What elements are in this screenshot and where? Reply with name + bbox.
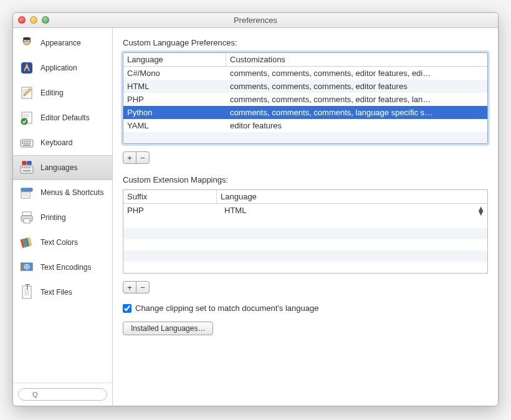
svg-rect-22 xyxy=(24,167,25,168)
col-header-suffix[interactable]: Suffix xyxy=(123,190,217,203)
installed-languages-button[interactable]: Installed Languages… xyxy=(123,322,213,335)
svg-rect-28 xyxy=(27,161,31,165)
svg-rect-23 xyxy=(26,167,27,168)
files-icon: T xyxy=(18,284,36,301)
remove-language-button[interactable]: − xyxy=(136,151,150,164)
close-button[interactable] xyxy=(18,16,26,24)
cell-customizations: comments, comments, comments, editor fea… xyxy=(226,67,487,80)
app-icon xyxy=(18,59,36,77)
svg-text:T: T xyxy=(25,284,30,292)
sidebar-item-appearance[interactable]: Appearance xyxy=(13,31,112,55)
sidebar-item-text-files[interactable]: TText Files xyxy=(13,280,112,305)
svg-rect-20 xyxy=(21,166,33,173)
encodings-icon xyxy=(18,259,36,276)
table-row[interactable]: YAMLeditor features xyxy=(123,119,487,132)
svg-rect-33 xyxy=(24,219,30,223)
sidebar-item-printing[interactable]: Printing xyxy=(13,205,112,230)
cell-language: HTML xyxy=(123,80,226,93)
table-row[interactable]: HTMLcomments, comments, comments, editor… xyxy=(123,80,487,93)
sidebar: AppearanceApplicationEditingEditor Defau… xyxy=(13,28,113,406)
svg-rect-17 xyxy=(27,143,29,144)
svg-rect-9 xyxy=(22,141,23,142)
preferences-window: Preferences AppearanceApplicationEditing… xyxy=(12,12,499,406)
sidebar-item-menus-shortcuts[interactable]: Menus & Shortcuts xyxy=(13,180,112,205)
svg-rect-25 xyxy=(29,167,31,168)
zoom-button[interactable] xyxy=(42,16,49,24)
add-language-button[interactable]: + xyxy=(123,151,136,164)
sidebar-item-label: Editing xyxy=(41,88,64,97)
minimize-button[interactable] xyxy=(30,16,37,24)
sidebar-item-label: Application xyxy=(41,64,77,72)
sidebar-item-languages[interactable]: Languages xyxy=(13,155,112,180)
svg-rect-27 xyxy=(22,161,26,165)
editing-icon xyxy=(18,84,36,102)
col-header-language-map[interactable]: Language xyxy=(217,190,487,203)
extension-mappings-table[interactable]: Suffix Language PHPHTML▲▼ xyxy=(123,189,488,274)
titlebar: Preferences xyxy=(13,13,498,28)
table-row[interactable]: PHPHTML▲▼ xyxy=(123,204,487,217)
sidebar-item-label: Menus & Shortcuts xyxy=(41,188,103,197)
svg-rect-31 xyxy=(22,212,31,216)
remove-mapping-button[interactable]: − xyxy=(136,281,150,294)
colors-icon xyxy=(18,234,36,251)
sidebar-item-label: Keyboard xyxy=(41,138,72,147)
cell-language-select[interactable]: HTML▲▼ xyxy=(217,204,487,217)
add-mapping-button[interactable]: + xyxy=(123,281,136,294)
clipping-checkbox[interactable] xyxy=(123,304,131,313)
svg-rect-30 xyxy=(21,192,30,198)
languages-icon xyxy=(18,159,36,176)
cell-language: C#/Mono xyxy=(123,67,226,80)
cell-customizations: editor features xyxy=(226,119,487,132)
language-prefs-table[interactable]: Language Customizations C#/Monocomments,… xyxy=(123,52,488,144)
svg-rect-14 xyxy=(22,143,23,144)
svg-rect-19 xyxy=(23,145,31,146)
appearance-icon xyxy=(18,34,36,52)
svg-rect-29 xyxy=(21,188,32,191)
svg-rect-16 xyxy=(26,143,27,144)
svg-rect-26 xyxy=(23,170,31,171)
menus-icon xyxy=(18,184,36,201)
sidebar-item-label: Languages xyxy=(41,163,77,172)
cell-suffix: PHP xyxy=(123,204,217,217)
sidebar-item-application[interactable]: Application xyxy=(13,55,112,80)
search-input[interactable] xyxy=(18,388,107,401)
sidebar-item-label: Text Files xyxy=(41,288,72,297)
table-row[interactable]: Pythoncomments, comments, comments, lang… xyxy=(123,106,487,119)
printing-icon xyxy=(18,209,36,226)
cell-language: Python xyxy=(123,106,226,119)
sidebar-item-editing[interactable]: Editing xyxy=(13,80,112,105)
svg-rect-15 xyxy=(24,143,25,144)
svg-rect-3 xyxy=(27,40,30,42)
table-row[interactable]: PHPcomments, comments, comments, editor … xyxy=(123,93,487,106)
svg-rect-18 xyxy=(29,143,31,144)
cell-customizations: comments, comments, comments, editor fea… xyxy=(226,93,487,106)
section-extension-mappings-title: Custom Extension Mappings: xyxy=(123,175,488,184)
sidebar-item-label: Editor Defaults xyxy=(41,113,90,122)
col-header-customizations[interactable]: Customizations xyxy=(226,53,487,66)
svg-rect-40 xyxy=(21,262,22,271)
cell-language: YAML xyxy=(123,119,226,132)
svg-rect-21 xyxy=(22,167,23,168)
sidebar-item-editor-defaults[interactable]: Editor Defaults xyxy=(13,105,112,130)
sidebar-item-label: Text Colors xyxy=(41,238,78,247)
col-header-language[interactable]: Language xyxy=(123,53,226,66)
svg-rect-24 xyxy=(27,167,29,168)
sidebar-item-text-colors[interactable]: Text Colors xyxy=(13,230,112,255)
sidebar-item-keyboard[interactable]: Keyboard xyxy=(13,130,112,155)
svg-rect-10 xyxy=(24,141,25,142)
table-row[interactable]: C#/Monocomments, comments, comments, edi… xyxy=(123,67,487,80)
svg-rect-1 xyxy=(23,37,31,40)
clipping-checkbox-row[interactable]: Change clipping set to match document's … xyxy=(123,303,488,313)
svg-point-7 xyxy=(21,118,27,125)
defaults-icon xyxy=(18,109,36,126)
svg-rect-13 xyxy=(29,141,31,142)
clipping-checkbox-label: Change clipping set to match document's … xyxy=(135,303,318,313)
dropdown-icon: ▲▼ xyxy=(477,206,485,215)
sidebar-item-text-encodings[interactable]: Text Encodings xyxy=(13,255,112,280)
content-pane: Custom Language Preferences: Language Cu… xyxy=(113,28,498,406)
sidebar-item-label: Text Encodings xyxy=(41,263,91,272)
keyboard-icon xyxy=(18,134,36,151)
section-custom-language-title: Custom Language Preferences: xyxy=(123,38,488,47)
svg-rect-12 xyxy=(27,141,29,142)
cell-language: PHP xyxy=(123,93,226,106)
